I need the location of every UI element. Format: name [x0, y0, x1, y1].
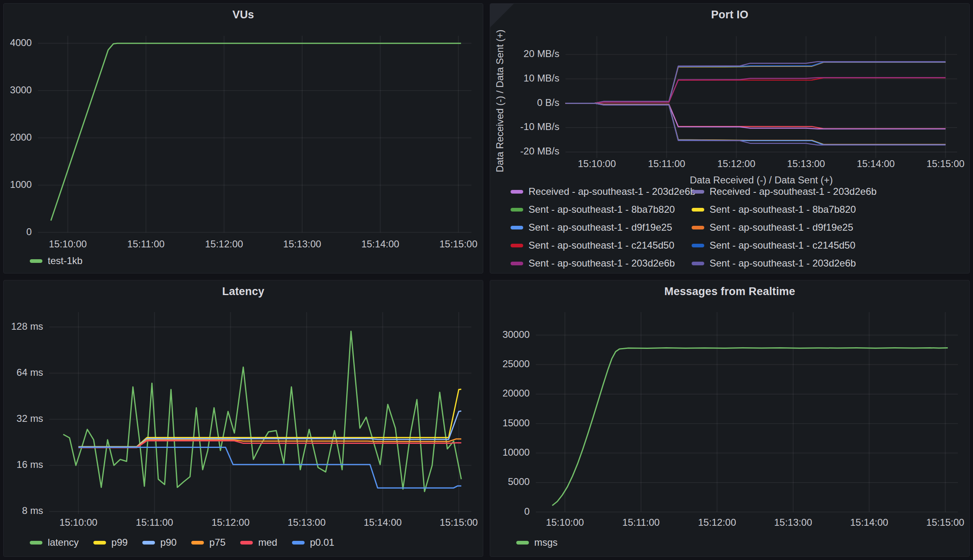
series-color-swatch: [516, 541, 529, 545]
legend-label: Received - ap-southeast-1 - 203d2e6b: [529, 186, 696, 197]
x-tick-label: 15:15:00: [440, 517, 478, 528]
legend-label: Received - ap-southeast-1 - 203d2e6b: [710, 186, 877, 197]
x-tick-label: 15:14:00: [857, 158, 895, 169]
legend-label: p99: [111, 537, 128, 548]
y-tick-label: 10000: [502, 447, 530, 458]
legend-column: Received - ap-southeast-1 - 203d2e6bSent…: [511, 186, 692, 271]
legend-item[interactable]: test-1kb: [30, 255, 82, 267]
legend-label: p75: [209, 537, 226, 548]
legend-label: Sent - ap-southeast-1 - d9f19e25: [710, 222, 853, 233]
legend-item[interactable]: msgs: [516, 537, 557, 548]
y-tick-label: 4000: [10, 37, 32, 48]
panel-title[interactable]: Port IO: [490, 9, 969, 21]
legend-item[interactable]: p75: [191, 537, 226, 548]
legend-label: p0.01: [310, 537, 334, 548]
y-axis-label: Data Received (-) / Data Sent (+): [494, 29, 505, 172]
x-tick-label: 15:11:00: [127, 238, 164, 249]
x-tick-label: 15:12:00: [205, 238, 243, 249]
x-tick-label: 15:14:00: [361, 238, 399, 249]
x-tick-label: 15:11:00: [648, 158, 685, 169]
y-tick-label: 10 MB/s: [524, 73, 559, 84]
time-series-plot-vus[interactable]: 0100020003000400015:10:0015:11:0015:12:0…: [4, 4, 483, 273]
legend-column: Received - ap-southeast-1 - 203d2e6bSent…: [692, 186, 873, 271]
legend-scroll-area[interactable]: Received - ap-southeast-1 - 203d2e6bSent…: [511, 186, 964, 271]
series-line: [63, 331, 461, 492]
x-tick-label: 15:10:00: [546, 517, 584, 528]
panel-title[interactable]: Messages from Realtime: [490, 285, 969, 298]
series-color-swatch: [142, 541, 155, 545]
y-tick-label: 32 ms: [17, 413, 43, 424]
legend-item[interactable]: Sent - ap-southeast-1 - 8ba7b820: [692, 201, 873, 218]
y-tick-label: 2000: [10, 132, 32, 143]
series-color-swatch: [93, 541, 106, 545]
x-tick-label: 15:13:00: [774, 517, 812, 528]
panel-messages: Messages from Realtime 05000100001500020…: [490, 280, 970, 557]
legend: Received - ap-southeast-1 - 203d2e6bSent…: [511, 186, 964, 271]
y-tick-label: 16 ms: [17, 459, 43, 470]
panel-title[interactable]: Latency: [4, 285, 483, 298]
panel-title[interactable]: VUs: [4, 9, 483, 21]
y-tick-label: 15000: [502, 417, 530, 428]
y-tick-label: 8 ms: [22, 505, 43, 516]
x-tick-label: 15:12:00: [717, 158, 755, 169]
legend: test-1kb: [30, 255, 82, 267]
legend-item[interactable]: Received - ap-southeast-1 - 203d2e6b: [692, 186, 873, 201]
legend-item[interactable]: Sent - ap-southeast-1 - d9f19e25: [692, 218, 873, 236]
y-tick-label: 64 ms: [17, 367, 43, 378]
legend-label: Sent - ap-southeast-1 - 203d2e6b: [710, 258, 856, 269]
x-tick-label: 15:15:00: [927, 158, 964, 169]
series-color-swatch: [511, 208, 523, 212]
legend-label: med: [258, 537, 277, 548]
series-line: [51, 43, 461, 220]
x-tick-label: 15:13:00: [287, 517, 325, 528]
y-tick-label: 3000: [10, 84, 32, 95]
x-tick-label: 15:13:00: [283, 238, 321, 249]
series-line: [566, 103, 946, 144]
legend-item[interactable]: Sent - ap-southeast-1 - 8ba7b820: [511, 201, 692, 218]
series-line: [566, 62, 946, 104]
panel-vus: VUs 0100020003000400015:10:0015:11:0015:…: [3, 3, 483, 273]
legend-label: msgs: [534, 537, 557, 548]
series-line: [566, 62, 946, 103]
series-line: [566, 103, 946, 144]
series-line: [566, 62, 946, 103]
legend-item[interactable]: Sent - ap-southeast-1 - 203d2e6b: [692, 254, 873, 271]
series-color-swatch: [692, 208, 704, 212]
time-series-plot-messages[interactable]: 05000100001500020000250003000015:10:0015…: [490, 280, 969, 556]
y-tick-label: 20 MB/s: [524, 48, 559, 59]
y-tick-label: 128 ms: [11, 321, 43, 332]
legend: latencyp99p90p75medp0.01: [30, 537, 334, 548]
legend-item[interactable]: p99: [93, 537, 128, 548]
series-color-swatch: [692, 262, 704, 265]
panel-info-corner[interactable]: [490, 4, 514, 27]
y-tick-label: 20000: [502, 388, 530, 399]
y-tick-label: -20 MB/s: [520, 146, 559, 157]
legend-item[interactable]: p90: [142, 537, 177, 548]
series-line: [566, 103, 946, 145]
series-line: [566, 78, 946, 103]
legend-label: Sent - ap-southeast-1 - c2145d50: [529, 240, 674, 251]
legend-item[interactable]: p0.01: [292, 537, 334, 548]
legend-item[interactable]: Sent - ap-southeast-1 - 203d2e6b: [511, 254, 692, 271]
legend-item[interactable]: latency: [30, 537, 79, 548]
x-tick-label: 15:10:00: [578, 158, 616, 169]
x-tick-label: 15:10:00: [49, 238, 87, 249]
time-series-plot-latency[interactable]: 8 ms16 ms32 ms64 ms128 ms15:10:0015:11:0…: [4, 280, 483, 556]
series-color-swatch: [30, 259, 42, 263]
legend-item[interactable]: med: [240, 537, 277, 548]
x-axis-label: Data Received (-) / Data Sent (+): [690, 174, 833, 185]
panel-latency: Latency 8 ms16 ms32 ms64 ms128 ms15:10:0…: [3, 280, 483, 557]
x-tick-label: 15:14:00: [364, 517, 402, 528]
legend-label: Sent - ap-southeast-1 - d9f19e25: [529, 222, 672, 233]
legend-item[interactable]: Sent - ap-southeast-1 - c2145d50: [511, 236, 692, 254]
series-color-swatch: [292, 541, 305, 545]
series-line: [78, 389, 461, 447]
legend-item[interactable]: Received - ap-southeast-1 - 203d2e6b: [511, 186, 692, 201]
legend-label: Sent - ap-southeast-1 - 8ba7b820: [710, 204, 856, 215]
legend-item[interactable]: Sent - ap-southeast-1 - c2145d50: [692, 236, 873, 254]
series-color-swatch: [692, 190, 704, 194]
legend-item[interactable]: Sent - ap-southeast-1 - d9f19e25: [511, 218, 692, 236]
panel-port-io: i Port IO 20 MB/s10 MB/s0 B/s-10 MB/s-20…: [490, 3, 970, 273]
x-tick-label: 15:14:00: [850, 517, 888, 528]
series-line: [566, 103, 946, 129]
